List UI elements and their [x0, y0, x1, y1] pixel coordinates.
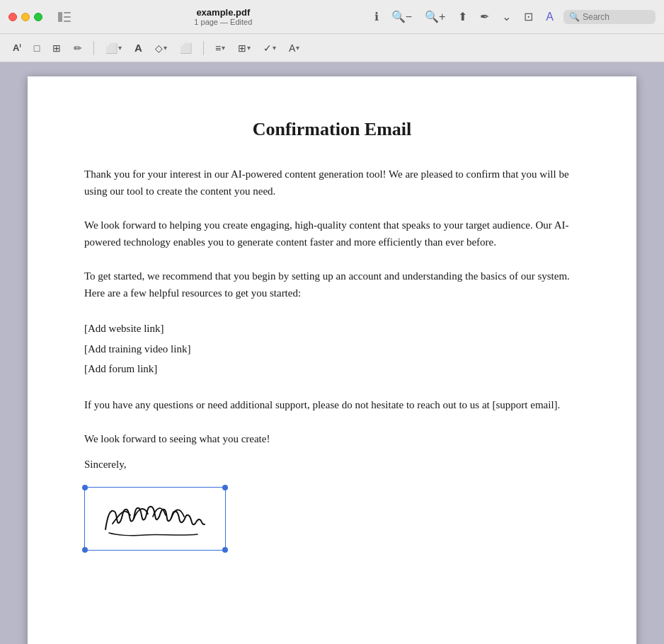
dropdown-arrow-2: ▾	[164, 44, 167, 52]
form-icon: ⬜	[180, 42, 192, 54]
paragraph-1: Thank you for your interest in our AI-po…	[84, 166, 580, 200]
view-button[interactable]: ⊞ ▾	[234, 40, 255, 57]
closing-line: We look forward to seeing what you creat…	[84, 430, 580, 447]
svg-rect-2	[64, 16, 71, 18]
title-right-controls: ℹ 🔍− 🔍+ ⬆ ✒ ⌄ ⊡ A 🔍	[372, 8, 656, 25]
file-subtitle: 1 page — Edited	[194, 18, 252, 26]
dropdown-arrow-4: ▾	[247, 44, 251, 52]
handle-bottom-left[interactable]	[82, 547, 88, 553]
minimize-button[interactable]	[21, 13, 30, 21]
svg-rect-1	[64, 12, 71, 13]
document-title: Confirmation Email	[84, 119, 580, 140]
signature-area[interactable]	[84, 487, 226, 551]
search-input[interactable]	[583, 12, 650, 22]
share-icon[interactable]: ⬆	[455, 8, 470, 25]
zoom-in-icon[interactable]: 🔍+	[422, 8, 448, 25]
crop-icon[interactable]: ⊡	[521, 8, 536, 25]
form-button[interactable]: ⬜	[176, 40, 196, 57]
pen-icon[interactable]: ✒	[477, 8, 492, 25]
link-3: [Add forum link]	[84, 359, 580, 379]
text-icon: A	[134, 42, 142, 54]
ai-tool-button[interactable]: AI	[8, 40, 25, 56]
search-icon: 🔍	[569, 12, 580, 22]
view-icon: ⊞	[238, 42, 246, 54]
title-bar: example.pdf 1 page — Edited ℹ 🔍− 🔍+ ⬆ ✒ …	[0, 0, 664, 34]
info-icon[interactable]: ℹ	[372, 8, 382, 25]
filename-label: example.pdf	[196, 7, 250, 18]
search-box[interactable]: 🔍	[563, 10, 656, 24]
shapes-icon: ◇	[155, 42, 163, 54]
zoom-out-icon[interactable]: 🔍−	[389, 8, 415, 25]
image-icon: ⊞	[52, 42, 61, 54]
color-button[interactable]: ✓ ▾	[259, 40, 280, 57]
image-insert-button[interactable]: ⊞	[48, 40, 65, 57]
text-box-icon: ⬜	[105, 42, 118, 54]
main-content-area: Confirmation Email Thank you for your in…	[0, 62, 664, 644]
handle-bottom-right[interactable]	[222, 547, 228, 553]
support-paragraph: If you have any questions or need additi…	[84, 396, 580, 413]
svg-rect-0	[58, 12, 62, 22]
dropdown-arrow-3: ▾	[222, 44, 225, 52]
sign-off: Sincerely,	[84, 456, 580, 473]
link-1: [Add website link]	[84, 318, 580, 339]
handle-top-left[interactable]	[82, 485, 88, 490]
close-button[interactable]	[8, 13, 17, 21]
paragraph-3: To get started, we recommend that you be…	[84, 268, 580, 301]
toolbar-separator-1	[93, 41, 94, 55]
text-tool-button[interactable]: A	[130, 39, 147, 57]
resource-links: [Add website link] [Add training video l…	[84, 318, 580, 379]
title-center: example.pdf 1 page — Edited	[81, 7, 366, 26]
ai-icon: AI	[13, 42, 21, 53]
handle-top-right[interactable]	[222, 485, 228, 490]
signature-box[interactable]	[84, 487, 226, 551]
paragraph-2: We look forward to helping you create en…	[84, 217, 580, 251]
maximize-button[interactable]	[34, 13, 42, 21]
svg-rect-3	[64, 21, 71, 22]
align-icon: ≡	[215, 42, 221, 54]
signature-image	[95, 494, 215, 544]
link-2: [Add training video link]	[84, 339, 580, 360]
color-icon: ✓	[263, 42, 272, 54]
highlight-icon[interactable]: A	[543, 9, 556, 25]
chevron-down-icon[interactable]: ⌄	[499, 8, 514, 25]
rectangle-icon: □	[34, 42, 40, 54]
markup-button[interactable]: ✏	[69, 40, 86, 57]
markup-icon: ✏	[74, 42, 82, 54]
text-style-button[interactable]: A ▾	[285, 40, 304, 57]
text-style-icon: A	[289, 42, 295, 54]
toolbar-separator-2	[203, 41, 204, 55]
rectangle-select-button[interactable]: □	[30, 40, 44, 57]
shapes-button[interactable]: ◇ ▾	[151, 40, 171, 57]
sidebar-toggle-button[interactable]	[54, 9, 75, 25]
dropdown-arrow-1: ▾	[118, 44, 122, 52]
dropdown-arrow-6: ▾	[296, 44, 299, 52]
pdf-page: Confirmation Email Thank you for your in…	[28, 76, 636, 644]
traffic-lights	[8, 13, 42, 21]
align-button[interactable]: ≡ ▾	[211, 40, 229, 57]
text-box-button[interactable]: ⬜ ▾	[101, 40, 126, 57]
dropdown-arrow-5: ▾	[273, 44, 276, 52]
secondary-toolbar: AI □ ⊞ ✏ ⬜ ▾ A ◇ ▾ ⬜ ≡ ▾ ⊞ ▾ ✓ ▾ A ▾	[0, 34, 664, 62]
